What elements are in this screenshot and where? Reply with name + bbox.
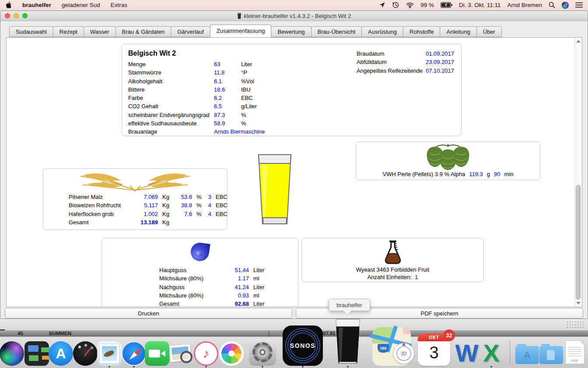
dates-block: Braudatum01.09.2017 Abfülldatum23.09.201… [357,50,454,75]
summary-unit: %Vol [241,77,254,85]
safari-dock-icon[interactable] [122,341,146,366]
itunes-dock-icon[interactable]: ♪ [194,341,218,366]
menu-item-geladener-sud[interactable]: geladener Sud [62,2,100,8]
date-label: Angepeiltes Reifezeitende [357,67,426,75]
tab-rezept[interactable]: Rezept [53,26,84,37]
hop-amount: 119.3 [469,171,483,177]
window-beer-icon [237,13,242,19]
tab-anleitung[interactable]: Anleitung [440,26,476,37]
minimize-window-button[interactable] [14,13,19,18]
footer-buttons: Drucken PDF speichern [0,308,588,318]
water-label: Milchsäure (80%) [159,291,224,300]
dashboard-dock-icon[interactable] [73,341,98,366]
running-indicator-excel [490,366,492,368]
close-window-button[interactable] [5,13,10,18]
print-button[interactable]: Drucken [5,308,292,318]
vertical-scrollbar[interactable] [574,38,582,307]
malt-pct: 53.6 [174,193,192,201]
siri-menu-icon[interactable] [562,2,569,9]
summary-value: 63 [214,60,241,68]
summary-value: 18.6 [214,85,241,94]
pdf-document-dock-icon[interactable]: PDF [565,340,584,364]
zoom-window-button[interactable] [22,13,28,18]
summary-label: CO2 Gehalt [128,102,214,110]
summary-unit: °P [241,68,247,77]
maps-dock-icon[interactable]: 280 3D [372,327,411,366]
facetime-dock-icon[interactable] [145,341,169,366]
malt-name: Pilsener Malz [69,193,135,201]
tab-zusammenfassung[interactable]: Zusammenfassung [210,25,272,37]
water-value: 41.24 [224,283,249,291]
summary-unit: % [241,111,246,119]
malt-name: Bioweizen Rohfrucht [69,201,135,209]
water-unit: Liter [249,283,264,291]
malt-kg-unit: Kg [158,193,174,201]
summary-value: 11.8 [214,68,241,77]
photos-dock-icon[interactable] [219,341,244,366]
running-indicator-safari [133,366,135,368]
calendar-dock-icon[interactable]: OKT 3 32 [418,333,450,366]
menu-bar: brauhelfer geladener Sud Extras 99 % Di.… [0,0,588,10]
date-label: Abfülldatum [357,58,426,66]
menu-app-name[interactable]: brauhelfer [22,2,51,8]
malt-total-kg: 13.189 [135,218,158,226]
menu-item-extras[interactable]: Extras [111,2,127,8]
malt-name: Haferflocken grob [69,210,135,218]
notification-center-icon[interactable] [575,2,583,8]
app-store-dock-icon[interactable]: A [49,341,73,366]
app-window: kleiner-brauhelfer v1.4.3.2 - Belgisch W… [0,11,588,319]
documents-folder-dock-icon[interactable] [539,346,563,364]
spotlight-search-icon[interactable] [549,2,555,8]
window-resize-grip[interactable] [566,321,584,329]
malt-pct: 38.8 [174,201,192,209]
malt-kg: 1.002 [135,210,158,218]
beer-glass-image [253,152,297,226]
tab-rohstoffe[interactable]: Rohstoffe [403,26,440,37]
tab-ausruestung[interactable]: Ausrüstung [361,26,403,37]
menu-clock[interactable]: Di. 3. Okt. 11:11 [459,2,501,8]
hops-panel: VWH Perle (Pellets) 3.9 % Alpha 119.3 g … [356,142,540,180]
siri-dock-icon[interactable] [0,341,24,366]
tab-brau-uebersicht[interactable]: Brau-Übersicht [311,26,362,37]
image-capture-dock-icon[interactable] [169,341,193,366]
summary-label: Brauanlage [128,127,214,136]
sonos-dock-icon[interactable]: SONOS [283,326,323,366]
tab-wasser[interactable]: Wasser [84,26,116,37]
date-value: 23.09.2017 [426,58,454,66]
running-indicator-itunes [205,366,207,368]
yeast-flask-icon [382,241,404,264]
applications-folder-dock-icon[interactable]: A [515,346,539,364]
tab-gaerverlauf[interactable]: Gärverlauf [171,26,210,37]
water-total-value: 92.68 [224,300,249,307]
yeast-panel: Wyeast 3463 Forbidden Fruit Anzahl Einhe… [301,238,484,282]
yeast-units-value: 1 [415,274,418,280]
malt-ebc-unit: EBC [211,201,228,209]
system-preferences-dock-icon[interactable] [249,339,276,366]
scroll-up-arrow[interactable] [576,40,581,42]
summary-label: Alkoholgehalt [128,77,214,85]
scrollbar-thumb[interactable] [576,185,581,300]
scroll-down-arrow[interactable] [576,302,581,304]
running-indicator-brauhelfer [347,366,349,368]
apple-menu-icon[interactable] [5,1,12,9]
time-machine-icon[interactable] [392,1,399,9]
summary-label: Farbe [128,94,214,102]
water-total-unit: Liter [249,300,264,307]
title-bar[interactable]: kleiner-brauhelfer v1.4.3.2 - Belgisch W… [0,11,588,21]
water-total-label: Gesamt [159,300,224,307]
tab-brau-gaerdaten[interactable]: Brau & Gärdaten [116,26,172,37]
tab-ueber[interactable]: Über [476,26,502,37]
malt-kg-unit: Kg [158,210,174,218]
excel-dock-icon[interactable]: X [479,340,504,366]
brauhelfer-dock-icon[interactable] [334,318,361,366]
tab-sudauswahl[interactable]: Sudauswahl [9,26,53,37]
running-indicator-sonos [302,366,304,368]
word-dock-icon[interactable]: W [454,340,480,366]
mail-dock-icon[interactable] [97,341,122,366]
sheet-row-label: SUMMEN [49,331,71,336]
location-icon[interactable] [379,2,385,8]
tab-bewertung[interactable]: Bewertung [271,26,311,37]
wifi-icon[interactable] [406,2,414,8]
menu-user[interactable]: Arnd Bremen [507,2,542,8]
mission-control-dock-icon[interactable] [24,341,49,366]
